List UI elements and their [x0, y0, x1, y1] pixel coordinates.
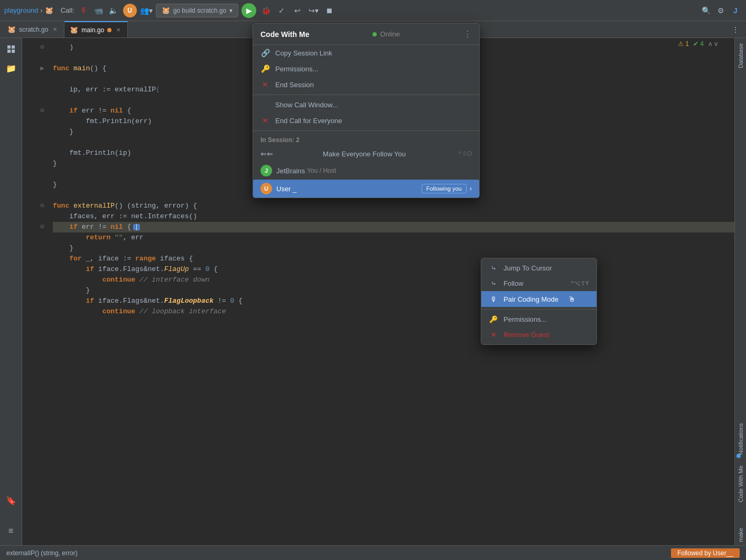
sub-permissions[interactable]: 🔑 Permissions... [481, 312, 596, 327]
jetbrains-icon[interactable]: J [729, 4, 742, 17]
follow-icon: ⤷ [489, 279, 498, 287]
breadcrumb-separator: › [40, 6, 42, 14]
editor-hints: ⚠ 1 ✔ 4 ∧ ∨ [678, 40, 719, 48]
title-bar-left: playground › 🐹 Call: 🎙 📹 🔈 U 👥▾ 🐹 go bui… [4, 3, 696, 18]
user-row-arrow: › [470, 185, 472, 192]
line-numbers: ⊙ ▶ ⊙ ⊙ ⊙ [22, 38, 49, 545]
sidebar-project-icon[interactable] [2, 40, 20, 58]
cwm-make-everyone-follow[interactable]: ⇐⇐ Make Everyone Follow You ^⇧O [253, 146, 479, 162]
tabs-overflow-icon[interactable]: ⋮ [729, 23, 742, 36]
users-dropdown-icon[interactable]: 👥▾ [140, 4, 153, 17]
followed-by-label: Followed by User__ [671, 548, 740, 558]
breadcrumb-icon: 🐹 [45, 6, 53, 14]
sidebar-structure-icon[interactable]: ≡ [2, 522, 20, 540]
remove-guest-label: Remove Guest [503, 331, 549, 339]
mic-off-icon[interactable]: 🎙 [78, 4, 90, 17]
make-everyone-follow-label: Make Everyone Follow You [323, 150, 406, 158]
jump-cursor-icon: ⤷ [489, 264, 498, 272]
user-name: User _ [276, 185, 296, 193]
follow-shortcut: ^⌥⇧Y [571, 280, 590, 287]
run-config-button[interactable]: 🐹 go build scratch.go ▾ [156, 4, 239, 17]
redo-icon[interactable]: ↩ [291, 4, 304, 17]
sub-follow[interactable]: ⤷ Follow ^⌥⇧Y [481, 276, 596, 291]
avatar-u[interactable]: U [123, 4, 137, 17]
tab-scratch[interactable]: 🐹 scratch.go ✕ [2, 21, 64, 38]
link-icon: 🔗 [260, 49, 270, 57]
right-sidebar-cwm[interactable]: Code With Me [738, 462, 744, 506]
call-icons: 🎙 📹 🔈 [78, 4, 120, 17]
sub-remove-guest[interactable]: ✕ Remove Guest [481, 327, 596, 342]
breadcrumb-playground[interactable]: playground [4, 6, 38, 14]
key-icon: 🔑 [260, 64, 270, 73]
tab-main[interactable]: 🐹 main.go ✕ [64, 21, 128, 38]
run-config-dropdown-icon: ▾ [229, 7, 232, 14]
end-call-everyone-label: End Call for Everyone [275, 117, 342, 125]
right-sidebar-make[interactable]: make [738, 525, 744, 545]
sidebar-folder-icon[interactable]: 📁 [2, 59, 20, 77]
warning-hint: ⚠ 1 [678, 40, 689, 48]
tab-scratch-label: scratch.go [19, 26, 48, 33]
user-jetbrains-name: JetBrains [276, 167, 305, 175]
user-row-jetbrains[interactable]: J JetBrains You / Host [253, 162, 479, 180]
follow-label: Follow [503, 279, 524, 287]
settings-icon[interactable]: ⚙ [714, 4, 727, 17]
breadcrumb: playground › 🐹 [4, 6, 53, 14]
pair-coding-label: Pair Coding Mode [503, 295, 558, 303]
right-sidebar-database[interactable]: Database [738, 40, 744, 71]
show-call-window-label: Show Call Window... [275, 101, 338, 109]
title-bar: playground › 🐹 Call: 🎙 📹 🔈 U 👥▾ 🐹 go bui… [0, 0, 746, 21]
video-off-icon[interactable]: 📹 [92, 4, 105, 17]
make-everyone-follow-shortcut: ^⇧O [459, 150, 472, 157]
left-sidebar: 📁 🔖 ≡ [0, 38, 22, 545]
debug-icon[interactable]: 🐞 [259, 4, 272, 17]
tab-bar-overflow: ⋮ [729, 21, 746, 38]
stop-icon[interactable]: ⏹ [323, 4, 335, 17]
sub-jump-to-cursor[interactable]: ⤷ Jump To Cursor [481, 260, 596, 276]
svg-rect-3 [12, 50, 15, 53]
hint-down-arrow[interactable]: ∨ [714, 40, 719, 48]
tab-main-icon: 🐹 [70, 26, 78, 34]
status-function-label: externalIP() (string, error) [6, 549, 78, 557]
cwm-copy-session-link[interactable]: 🔗 Copy Session Link [253, 45, 479, 61]
svg-rect-0 [7, 45, 11, 49]
end-session-label: End Session [275, 81, 314, 89]
cwm-end-session[interactable]: ✕ End Session [253, 77, 479, 92]
pair-coding-icon: 🎙 [489, 295, 498, 303]
jump-to-cursor-label: Jump To Cursor [503, 264, 552, 272]
sub-pair-coding-mode[interactable]: 🎙 Pair Coding Mode 🖱 [481, 291, 596, 307]
sidebar-bookmarks-icon[interactable]: 🔖 [2, 491, 20, 509]
avatar-jetbrains: J [260, 165, 272, 176]
cwm-status-label: Online [380, 30, 400, 38]
following-badge: Following you [422, 184, 467, 193]
run-config-label: go build scratch.go [173, 7, 227, 14]
title-bar-right: 🔍 ⚙ J [700, 4, 742, 17]
separator-2 [253, 130, 479, 131]
end-call-icon: ✕ [260, 116, 270, 125]
tab-scratch-close[interactable]: ✕ [51, 26, 59, 33]
redo2-icon[interactable]: ↪▾ [307, 4, 320, 17]
cwm-show-call-window[interactable]: Show Call Window... [253, 97, 479, 113]
follow-everyone-icon: ⇐⇐ [260, 150, 270, 158]
cwm-end-call-everyone[interactable]: ✕ End Call for Everyone [253, 113, 479, 128]
sub-permissions-label: Permissions... [503, 315, 547, 323]
user-row-user[interactable]: U User _ Following you › [253, 180, 479, 198]
run-button[interactable]: ▶ [241, 3, 256, 18]
cwm-permissions[interactable]: 🔑 Permissions... [253, 61, 479, 77]
coverage-icon[interactable]: ✓ [275, 4, 288, 17]
right-sidebar-notifications[interactable]: Notifications [738, 420, 744, 458]
svg-rect-2 [7, 50, 11, 53]
hint-up-arrow[interactable]: ∧ [708, 40, 713, 48]
tab-main-label: main.go [81, 26, 104, 34]
tab-scratch-icon: 🐹 [7, 25, 16, 33]
session-label: In Session: 2 [253, 133, 479, 146]
cwm-status-dot [372, 32, 377, 36]
status-bar: externalIP() (string, error) Followed by… [0, 545, 746, 560]
separator-1 [253, 95, 479, 95]
search-icon[interactable]: 🔍 [700, 4, 712, 17]
tab-main-close[interactable]: ✕ [115, 26, 122, 34]
sub-key-icon: 🔑 [489, 315, 498, 323]
right-sidebar: Database Notifications Code With Me make [734, 38, 746, 545]
submenu-dropdown: ⤷ Jump To Cursor ⤷ Follow ^⌥⇧Y 🎙 Pair Co… [481, 258, 597, 345]
cwm-more-button[interactable]: ⋮ [463, 29, 472, 39]
speaker-off-icon[interactable]: 🔈 [107, 4, 120, 17]
